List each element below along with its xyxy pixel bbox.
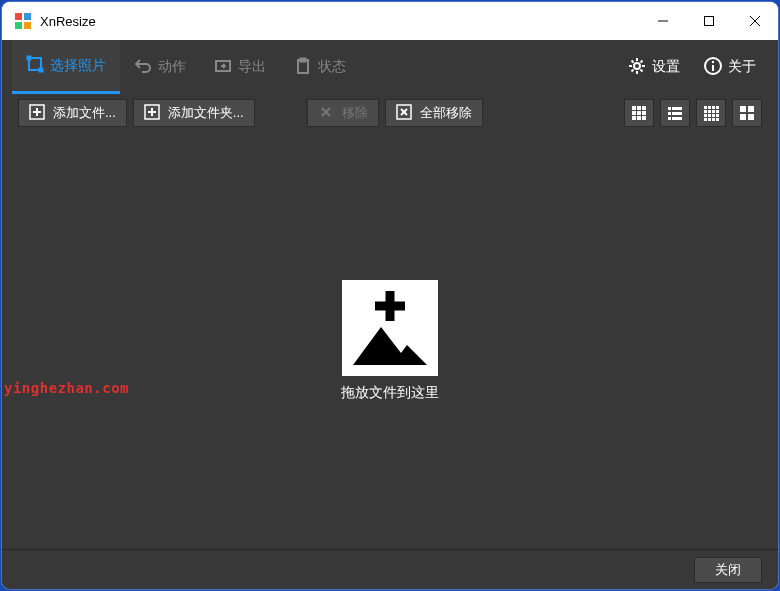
app-window: XnResize 选择照片 动作 导出 状态 <box>2 2 778 589</box>
tab-select-photos[interactable]: 选择照片 <box>12 40 120 94</box>
svg-rect-13 <box>300 58 306 62</box>
gear-icon <box>628 57 646 78</box>
svg-rect-57 <box>708 118 711 121</box>
info-icon <box>704 57 722 78</box>
add-file-button[interactable]: 添加文件... <box>18 99 127 127</box>
window-title: XnResize <box>40 14 640 29</box>
svg-rect-5 <box>705 17 714 26</box>
svg-rect-63 <box>748 114 754 120</box>
svg-rect-60 <box>740 106 746 112</box>
svg-rect-32 <box>632 111 636 115</box>
svg-rect-55 <box>716 114 719 117</box>
svg-rect-17 <box>712 65 714 71</box>
x-icon <box>318 104 334 123</box>
svg-rect-9 <box>27 56 31 60</box>
titlebar: XnResize <box>2 2 778 40</box>
tab-label: 导出 <box>238 58 266 76</box>
svg-rect-54 <box>712 114 715 117</box>
settings-label: 设置 <box>652 58 680 76</box>
svg-rect-40 <box>668 112 671 115</box>
drop-zone[interactable]: yinghezhan.com 拖放文件到这里 <box>2 132 778 549</box>
svg-rect-51 <box>716 110 719 113</box>
add-file-icon <box>29 104 45 123</box>
svg-rect-50 <box>712 110 715 113</box>
svg-rect-58 <box>712 118 715 121</box>
about-label: 关于 <box>728 58 756 76</box>
view-list-button[interactable] <box>660 99 690 127</box>
svg-rect-43 <box>672 117 682 120</box>
svg-point-16 <box>712 60 714 62</box>
svg-rect-46 <box>712 106 715 109</box>
svg-rect-36 <box>637 116 641 120</box>
svg-rect-56 <box>704 118 707 121</box>
svg-rect-33 <box>637 111 641 115</box>
clipboard-icon <box>294 57 312 78</box>
remove-button: 移除 <box>307 99 379 127</box>
close-button[interactable]: 关闭 <box>694 557 762 583</box>
svg-marker-66 <box>353 327 427 365</box>
svg-rect-49 <box>708 110 711 113</box>
svg-rect-61 <box>748 106 754 112</box>
about-button[interactable]: 关于 <box>692 40 768 94</box>
content-area: 选择照片 动作 导出 状态 设置 关于 <box>2 40 778 589</box>
svg-rect-59 <box>716 118 719 121</box>
svg-point-14 <box>634 63 640 69</box>
view-grid-small-button[interactable] <box>624 99 654 127</box>
toolbar: 添加文件... 添加文件夹... 移除 全部移除 <box>2 94 778 132</box>
maximize-button[interactable] <box>686 2 732 40</box>
remove-all-icon <box>396 104 412 123</box>
view-large-button[interactable] <box>732 99 762 127</box>
crop-icon <box>26 55 44 76</box>
tab-status[interactable]: 状态 <box>280 40 360 94</box>
svg-rect-45 <box>708 106 711 109</box>
svg-rect-37 <box>642 116 646 120</box>
svg-rect-30 <box>637 106 641 110</box>
svg-rect-3 <box>24 22 31 29</box>
minimize-button[interactable] <box>640 2 686 40</box>
svg-rect-41 <box>672 112 682 115</box>
app-icon <box>14 12 32 30</box>
svg-rect-47 <box>716 106 719 109</box>
svg-rect-35 <box>632 116 636 120</box>
svg-rect-52 <box>704 114 707 117</box>
settings-button[interactable]: 设置 <box>616 40 692 94</box>
export-icon <box>214 57 232 78</box>
add-folder-button[interactable]: 添加文件夹... <box>133 99 255 127</box>
remove-all-button[interactable]: 全部移除 <box>385 99 483 127</box>
svg-rect-0 <box>15 13 22 20</box>
watermark-text: yinghezhan.com <box>4 380 129 396</box>
svg-rect-31 <box>642 106 646 110</box>
tab-action[interactable]: 动作 <box>120 40 200 94</box>
button-label: 全部移除 <box>420 104 472 122</box>
tab-label: 状态 <box>318 58 346 76</box>
svg-rect-2 <box>15 22 22 29</box>
tab-export[interactable]: 导出 <box>200 40 280 94</box>
svg-rect-38 <box>668 107 671 110</box>
svg-rect-62 <box>740 114 746 120</box>
drop-image-icon <box>342 280 438 376</box>
svg-rect-53 <box>708 114 711 117</box>
undo-icon <box>134 57 152 78</box>
button-label: 添加文件... <box>53 104 116 122</box>
svg-rect-10 <box>39 68 43 72</box>
svg-rect-29 <box>632 106 636 110</box>
svg-rect-48 <box>704 110 707 113</box>
button-label: 添加文件夹... <box>168 104 244 122</box>
button-label: 移除 <box>342 104 368 122</box>
svg-rect-1 <box>24 13 31 20</box>
tab-bar: 选择照片 动作 导出 状态 设置 关于 <box>2 40 778 94</box>
close-window-button[interactable] <box>732 2 778 40</box>
svg-rect-44 <box>704 106 707 109</box>
footer: 关闭 <box>2 549 778 589</box>
svg-rect-34 <box>642 111 646 115</box>
tab-label: 动作 <box>158 58 186 76</box>
tab-label: 选择照片 <box>50 57 106 75</box>
button-label: 关闭 <box>715 561 741 579</box>
svg-rect-39 <box>672 107 682 110</box>
drop-hint-text: 拖放文件到这里 <box>341 384 439 402</box>
add-folder-icon <box>144 104 160 123</box>
view-grid-button[interactable] <box>696 99 726 127</box>
svg-rect-42 <box>668 117 671 120</box>
